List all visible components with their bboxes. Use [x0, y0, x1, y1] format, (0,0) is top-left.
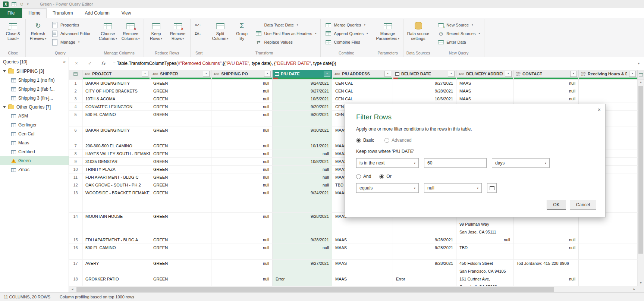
cell-contact[interactable]: null [513, 275, 579, 286]
cell-delivery-address[interactable]: TBD [456, 244, 513, 259]
cell-project[interactable]: 200-300-500 EL CAMINO [82, 142, 150, 150]
row-number[interactable]: 13 [69, 189, 82, 212]
cell-deliver-date[interactable]: 9/28/2021 [393, 87, 456, 95]
cell-delivery-address[interactable]: MAAS [456, 95, 513, 103]
horizontal-scroll-thumb[interactable] [76, 287, 554, 292]
cell-p-u-date[interactable]: 10/5/2021 [273, 95, 332, 103]
tab-file[interactable]: File [0, 8, 22, 18]
ribbon-button-data-source-settings[interactable]: Data source settings [405, 20, 431, 41]
query-item-shipping-1-no-fin[interactable]: Shipping 1 (no fin) [0, 76, 69, 85]
value-select-2[interactable]: null ▾ [424, 183, 482, 193]
formula-cancel-icon[interactable]: × [70, 61, 83, 66]
expander-icon[interactable] [3, 70, 6, 72]
ribbon-button-close-load[interactable]: Close & Load▾ [3, 20, 23, 41]
ribbon-button-choose-columns[interactable]: Choose Columns▾ [97, 20, 119, 41]
column-header-contact[interactable]: ABC123CONTACT▼ [513, 70, 579, 79]
row-number[interactable]: 15 [69, 236, 82, 244]
basic-radio-option[interactable]: Basic [356, 138, 374, 143]
cell-shipper[interactable]: GREEN [150, 275, 211, 286]
cell-shipping-po[interactable]: null [211, 166, 273, 173]
or-radio-option[interactable]: Or [379, 174, 391, 179]
query-item-asm[interactable]: ASM [0, 112, 69, 120]
advanced-radio-icon[interactable] [384, 138, 389, 143]
cell-shipping-po[interactable]: null [211, 79, 273, 87]
ribbon-button-manage-parameters[interactable]: Manage Parameters▾ [374, 20, 401, 41]
cell-p-u-address[interactable]: CEN CAL [332, 79, 393, 87]
cell-delivery-address[interactable]: MAAS [456, 87, 513, 95]
scroll-down-arrow[interactable]: ▼ [640, 280, 643, 286]
vertical-scrollbar[interactable]: ▲ ▼ [638, 70, 644, 286]
cell-shipping-po[interactable]: null [211, 181, 273, 189]
scroll-up-arrow[interactable]: ▲ [640, 79, 643, 85]
cell-shipper[interactable]: GREEN [150, 260, 211, 275]
ribbon-button-remove-columns[interactable]: Remove Columns▾ [120, 20, 142, 41]
horizontal-scrollbar[interactable]: ◄ ► [69, 286, 644, 292]
filter-dropdown-button[interactable]: ▼ [505, 71, 512, 77]
status-profiling[interactable]: Column profiling based on top 1000 rows [60, 295, 134, 299]
advanced-radio-option[interactable]: Advanced [384, 138, 411, 143]
cell-shipping-po[interactable]: null [211, 150, 273, 157]
cell-shipping-po[interactable]: null [211, 111, 273, 126]
formula-commit-icon[interactable]: ✓ [83, 61, 97, 66]
cell-contact[interactable]: Tod Jordanov: 415-228-8906 [513, 260, 579, 275]
cell-receiving-hours-delivery-notes[interactable] [579, 87, 638, 95]
expander-icon[interactable] [3, 106, 6, 108]
filter-dropdown-button[interactable]: ▼ [384, 71, 391, 77]
cell-p-u-date[interactable]: 9/27/2021 [273, 87, 332, 95]
cell-shipper[interactable]: GREEN [150, 189, 211, 212]
cell-project[interactable]: GROKKER PATIO [82, 275, 150, 286]
cell-shipper[interactable]: GREEN [150, 111, 211, 126]
filter-dropdown-button[interactable]: ▼ [142, 71, 148, 77]
ribbon-button-enter-data[interactable]: Enter Data [435, 38, 482, 46]
scroll-left-arrow[interactable]: ◄ [69, 288, 76, 291]
cancel-button[interactable]: Cancel [570, 200, 596, 210]
cell-project[interactable]: 500 EL CAMINO [82, 244, 150, 259]
query-item-gerlinger[interactable]: Gerlinger [0, 120, 69, 129]
cell-p-u-date[interactable]: 9/20/2021 [273, 103, 332, 110]
scroll-right-arrow[interactable]: ► [631, 288, 638, 291]
cell-deliver-date[interactable]: Error [393, 275, 456, 286]
row-number[interactable]: 6 [69, 126, 82, 142]
cell-shipper[interactable]: GREEN [150, 244, 211, 259]
column-header-p-u-date[interactable]: P/U DATE▼ [273, 70, 332, 79]
query-item-certified[interactable]: Certified [0, 147, 69, 156]
and-radio-option[interactable]: And [356, 174, 371, 179]
cell-project[interactable]: CONVATEC LEXINGTON [82, 103, 150, 110]
cell-shipper[interactable]: GREEN [150, 166, 211, 173]
ok-button[interactable]: OK [547, 200, 566, 210]
ribbon-button-combine-files[interactable]: Combine Files [323, 38, 370, 46]
query-item-cen-cal[interactable]: Cen Cal [0, 129, 69, 138]
cell-shipper[interactable]: GREEN [150, 150, 211, 157]
cell-shipping-po[interactable]: null [211, 142, 273, 150]
cell-p-u-address[interactable]: MAAS [332, 275, 393, 286]
cell-project[interactable]: OAK GROVE - SOUTH - PH 2 [82, 181, 150, 189]
cell-deliver-date[interactable]: 9/27/2021 [393, 79, 456, 87]
cell-p-u-date[interactable]: null [273, 150, 332, 157]
ribbon-button-refresh-preview[interactable]: ↻Refresh Preview▾ [28, 20, 48, 41]
cell-receiving-hours-delivery-notes[interactable] [579, 244, 638, 259]
cell-project[interactable]: MOUNTAIN HOUSE [82, 213, 150, 236]
cell-deliver-date[interactable]: 9/28/2021 [393, 260, 456, 275]
collapse-pane-icon[interactable]: « [63, 59, 66, 65]
row-number[interactable]: 5 [69, 111, 82, 126]
operator-select-2[interactable]: equals ▾ [356, 183, 419, 193]
ribbon-button-replace-values[interactable]: ⇄Replace Values [253, 38, 319, 46]
cell-shipper[interactable]: GREEN [150, 126, 211, 142]
grid-select-all-corner[interactable] [69, 70, 82, 79]
column-header-deliver-date[interactable]: DELIVER DATE▼ [393, 70, 456, 79]
cell-contact[interactable]: null [513, 87, 579, 95]
tab-view[interactable]: View [116, 8, 137, 18]
cell-delivery-address[interactable]: 161 Curtner Ave,Campbell, CA 95008 [456, 275, 513, 286]
row-number[interactable]: 17 [69, 260, 82, 275]
vertical-scroll-thumb[interactable] [638, 86, 643, 254]
cell-contact[interactable]: null [513, 79, 579, 87]
row-number[interactable]: 1 [69, 79, 82, 87]
tab-home[interactable]: Home [22, 8, 47, 18]
cell-receiving-hours-delivery-notes[interactable] [579, 236, 638, 244]
filter-dropdown-button[interactable]: ▼ [203, 71, 210, 77]
cell-p-u-date[interactable]: 9/20/2021 [273, 111, 332, 126]
cell-shipping-po[interactable]: null [211, 236, 273, 244]
cell-shipper[interactable]: GREEN [150, 181, 211, 189]
query-item-maas[interactable]: Maas [0, 138, 69, 147]
column-header-project[interactable]: ABCPROJECT▼ [82, 70, 150, 79]
